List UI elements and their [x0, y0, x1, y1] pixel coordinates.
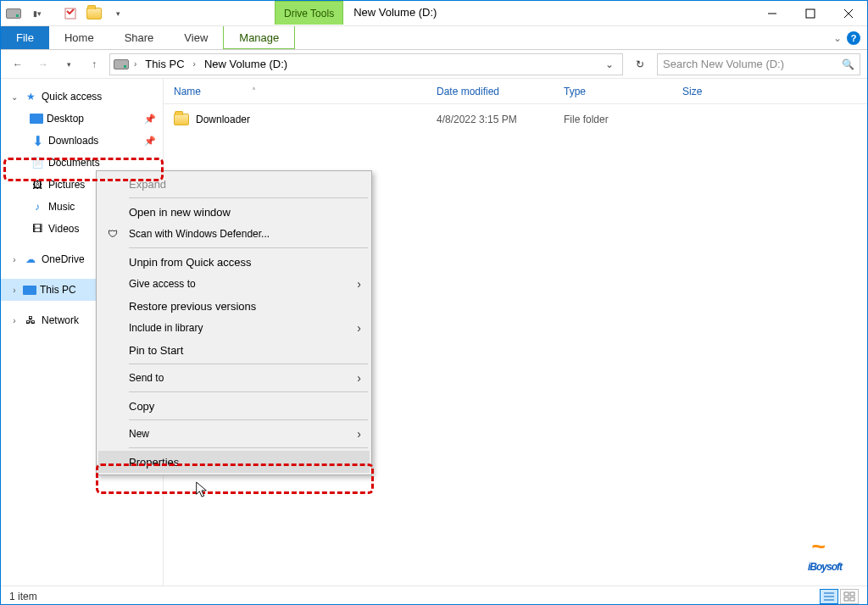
- search-input[interactable]: [663, 58, 837, 70]
- search-box[interactable]: 🔍: [657, 53, 860, 75]
- back-button[interactable]: ←: [8, 54, 28, 75]
- forward-button[interactable]: →: [33, 54, 53, 75]
- chevron-right-icon[interactable]: ›: [192, 59, 198, 69]
- address-dropdown-icon[interactable]: ⌄: [600, 58, 619, 70]
- tree-label: Pictures: [48, 179, 85, 191]
- desktop-icon: [30, 114, 43, 124]
- address-bar[interactable]: › This PC › New Volume (D:) ⌄: [109, 53, 623, 75]
- menu-separator: [129, 447, 368, 448]
- col-name[interactable]: Name˄: [164, 86, 426, 97]
- tree-quick-access[interactable]: ⌄ ★ Quick access: [1, 86, 163, 108]
- tree-label: Music: [48, 201, 75, 213]
- details-view-button[interactable]: [820, 589, 838, 604]
- item-count: 1 item: [9, 591, 37, 602]
- drive-tools-context-tab[interactable]: Drive Tools: [275, 1, 343, 25]
- up-button[interactable]: ↑: [84, 54, 104, 75]
- expand-icon[interactable]: ›: [9, 286, 19, 295]
- watermark: ~iBoysoft: [808, 538, 842, 579]
- shield-icon: 🛡: [105, 226, 120, 241]
- minimize-button[interactable]: [753, 1, 791, 25]
- ribbon-expand-icon[interactable]: ⌄: [833, 32, 842, 44]
- tab-share[interactable]: Share: [109, 26, 170, 49]
- breadcrumb-this-pc[interactable]: This PC: [142, 58, 187, 70]
- menu-include-library[interactable]: Include in library›: [98, 317, 370, 339]
- menu-send-to[interactable]: Send to›: [98, 367, 370, 389]
- help-icon[interactable]: ?: [847, 31, 860, 45]
- menu-give-access[interactable]: Give access to›: [98, 273, 370, 295]
- navigation-bar: ← → ▾ ↑ › This PC › New Volume (D:) ⌄ ↻ …: [1, 50, 867, 79]
- collapse-icon[interactable]: ⌄: [9, 92, 19, 102]
- menu-defender[interactable]: 🛡Scan with Windows Defender...: [98, 223, 370, 245]
- svg-rect-2: [806, 9, 815, 18]
- network-icon: 🖧: [23, 314, 38, 327]
- tree-downloads[interactable]: ⬇Downloads📌: [1, 130, 163, 152]
- menu-separator: [129, 364, 368, 364]
- col-type[interactable]: Type: [554, 86, 672, 97]
- tree-label: OneDrive: [42, 253, 85, 265]
- tab-home[interactable]: Home: [49, 26, 109, 49]
- document-icon: 📄: [30, 156, 45, 169]
- list-item[interactable]: Downloader 4/8/2022 3:15 PM File folder: [164, 108, 867, 131]
- file-tab[interactable]: File: [1, 26, 49, 49]
- qat-overflow-icon[interactable]: ▾: [108, 4, 127, 23]
- item-date: 4/8/2022 3:15 PM: [426, 114, 554, 125]
- menu-expand[interactable]: Expand: [98, 173, 370, 195]
- expand-icon[interactable]: ›: [9, 255, 19, 264]
- menu-restore[interactable]: Restore previous versions: [98, 295, 370, 317]
- quick-access-toolbar: ▮▾ ▾: [1, 1, 131, 25]
- menu-unpin[interactable]: Unpin from Quick access: [98, 251, 370, 273]
- expand-icon[interactable]: ›: [9, 316, 19, 325]
- sort-asc-icon: ˄: [252, 86, 256, 96]
- large-icons-view-button[interactable]: [840, 589, 859, 604]
- menu-copy[interactable]: Copy: [98, 395, 370, 417]
- cloud-icon: ☁: [23, 253, 38, 266]
- search-icon[interactable]: 🔍: [842, 58, 854, 70]
- tree-label: Downloads: [48, 135, 98, 147]
- music-icon: ♪: [30, 200, 45, 214]
- tree-label: Quick access: [42, 91, 102, 103]
- refresh-button[interactable]: ↻: [628, 53, 652, 75]
- properties-qat-icon[interactable]: [61, 4, 80, 23]
- menu-properties[interactable]: Properties: [98, 451, 370, 473]
- recent-locations-icon[interactable]: ▾: [58, 54, 79, 75]
- ribbon-tabs: File Home Share View Manage ⌄ ?: [1, 26, 867, 50]
- tab-view[interactable]: View: [169, 26, 223, 49]
- submenu-arrow-icon: ›: [357, 277, 361, 291]
- pictures-icon: 🖼: [30, 178, 45, 191]
- qat-dropdown-icon[interactable]: ▮▾: [28, 4, 47, 23]
- download-icon: ⬇: [30, 134, 45, 147]
- menu-pin-start[interactable]: Pin to Start: [98, 339, 370, 361]
- close-button[interactable]: [829, 1, 867, 25]
- drive-icon: [4, 4, 23, 23]
- svg-rect-11: [850, 597, 854, 601]
- col-date[interactable]: Date modified: [426, 86, 554, 97]
- menu-separator: [129, 197, 368, 198]
- context-menu: Expand Open in new window 🛡Scan with Win…: [96, 170, 372, 475]
- col-size[interactable]: Size: [672, 86, 757, 97]
- new-folder-qat-icon[interactable]: [85, 4, 103, 23]
- submenu-arrow-icon: ›: [357, 427, 361, 441]
- item-name: Downloader: [196, 114, 250, 125]
- column-headers: Name˄ Date modified Type Size: [164, 79, 867, 104]
- menu-new[interactable]: New›: [98, 423, 370, 445]
- item-type: File folder: [554, 114, 672, 125]
- submenu-arrow-icon: ›: [357, 321, 361, 335]
- tree-desktop[interactable]: Desktop📌: [1, 108, 163, 130]
- breadcrumb-volume[interactable]: New Volume (D:): [201, 58, 291, 70]
- submenu-arrow-icon: ›: [357, 371, 361, 385]
- window-title: New Volume (D:): [343, 1, 447, 25]
- chevron-right-icon[interactable]: ›: [132, 59, 138, 69]
- tree-label: Videos: [48, 223, 79, 235]
- tree-label: Network: [42, 314, 79, 326]
- title-bar: ▮▾ ▾ Drive Tools New Volume (D:): [1, 1, 867, 26]
- maximize-button[interactable]: [791, 1, 829, 25]
- svg-rect-9: [850, 592, 854, 596]
- svg-rect-10: [844, 597, 849, 601]
- menu-separator: [129, 391, 368, 392]
- videos-icon: 🎞: [30, 222, 45, 236]
- star-icon: ★: [23, 90, 38, 103]
- tab-manage[interactable]: Manage: [223, 26, 295, 49]
- pin-icon: 📌: [144, 114, 156, 125]
- menu-open-new-window[interactable]: Open in new window: [98, 201, 370, 223]
- svg-rect-8: [844, 592, 849, 596]
